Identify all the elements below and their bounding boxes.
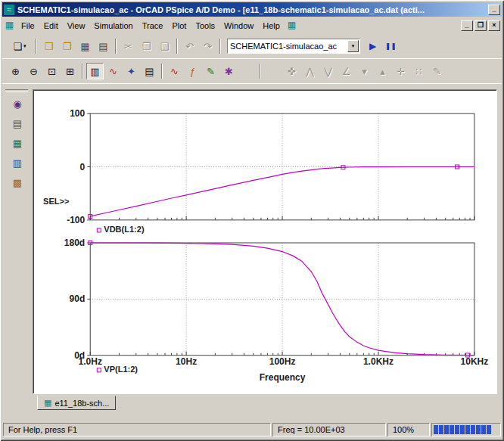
menu-edit[interactable]: Edit [39, 20, 63, 32]
progress-segment [455, 425, 459, 434]
tab-e11-18b[interactable]: ▦ e11_18b-sch... [37, 396, 116, 410]
mdi-close-button[interactable]: × [488, 20, 500, 31]
progress-segment [460, 425, 465, 434]
mark-label-button-icon: ✎ [433, 67, 441, 76]
toolbar-separator [161, 64, 163, 79]
legend-marker [97, 228, 101, 232]
cursor-point-button[interactable]: ✛ [392, 63, 409, 79]
view-simulation-output-button[interactable]: ▦ [8, 135, 26, 151]
x-axis-title: Frequency [260, 372, 306, 383]
x-tick-label: 10Hz [176, 356, 197, 367]
performance-analysis-button-icon: ✦ [127, 67, 135, 76]
menu-tools[interactable]: Tools [191, 20, 219, 32]
mdi-child-icon[interactable]: ▦ [4, 20, 15, 31]
zoom-in-button[interactable]: ⊕ [7, 63, 24, 79]
zoom-area-button[interactable]: ⊡ [43, 63, 61, 79]
toolbar-standard: ❏ ▾ ❒❐▦▤✂❐❑↶↷ SCHEMATIC1-simulacao_ac ▼ … [2, 34, 502, 59]
eval-goal-function-button[interactable]: ƒ [184, 63, 201, 79]
toolbar-separator [36, 39, 37, 54]
fourier-button[interactable]: ∿ [104, 63, 122, 79]
toolbar-separator [260, 64, 261, 79]
view-output-file-button[interactable]: ▤ [8, 115, 26, 132]
zoom-fit-button-icon: ⊞ [66, 67, 74, 76]
zoom-out-button[interactable]: ⊖ [25, 63, 42, 79]
combo-dropdown-icon[interactable]: ▼ [347, 40, 359, 52]
append-waveform-button[interactable]: ❐ [58, 38, 76, 54]
menu-view[interactable]: View [63, 20, 90, 32]
progress-segment [444, 425, 449, 434]
print-button-icon: ▤ [98, 42, 107, 51]
cut-button-icon: ✂ [124, 42, 132, 51]
menu-window[interactable]: Window [219, 20, 258, 32]
menu-plot[interactable]: Plot [167, 20, 191, 32]
probe-plot-area[interactable]: 1000-100VDB(L1:2)180d90d0dVP(L1:2)1.0Hz1… [33, 90, 496, 393]
toolbar-separator [82, 64, 83, 79]
menu-trace[interactable]: Trace [138, 20, 168, 32]
tab-label: e11_18b-sch... [54, 399, 109, 408]
cursor-min-button[interactable]: ▾ [356, 63, 373, 79]
status-help: For Help, press F1 [3, 423, 271, 436]
view-simulation-results-button[interactable]: ◉ [8, 95, 26, 112]
new-button[interactable]: ❏ ▾ [7, 38, 33, 54]
minimize-button[interactable]: _ [488, 5, 500, 15]
view-simulation-output-button-icon: ▦ [13, 138, 22, 148]
add-trace-button-icon: ∿ [170, 67, 179, 76]
undo-button[interactable]: ↶ [181, 38, 198, 54]
mdi-restore-button[interactable]: ❐ [474, 20, 487, 31]
simulation-profile-combo[interactable]: SCHEMATIC1-simulacao_ac ▼ [227, 39, 360, 54]
cursor-search-button[interactable]: ∷ [410, 63, 428, 79]
progress-segment [476, 425, 481, 434]
log-y-axis-button[interactable]: ▤ [141, 63, 158, 79]
view-simulation-status-button-icon: ▩ [13, 178, 22, 188]
pause-button[interactable]: ❚❚ [382, 38, 400, 54]
progress-segment [487, 425, 491, 434]
paste-button-icon: ❑ [160, 42, 170, 51]
print-button[interactable]: ▤ [95, 38, 112, 54]
progress-segment [471, 425, 475, 434]
view-simulation-queue-button[interactable]: ▥ [8, 154, 26, 171]
mark-data-points-button[interactable]: ✱ [220, 63, 238, 79]
menubar-extra-icon[interactable]: ▦ [286, 20, 297, 31]
x-tick-label: 10KHz [461, 356, 489, 367]
text-label-button-icon: ✎ [207, 67, 215, 76]
y-tick-label: 100 [70, 108, 85, 119]
pspice-window: ≈ SCHEMATIC1-simulacao_ac - OrCAD PSpice… [0, 0, 504, 441]
magnitude-plot: 1000-100VDB(L1:2) [67, 108, 474, 234]
copy-button[interactable]: ❐ [138, 38, 155, 54]
log-x-axis-button[interactable]: ▥ [86, 63, 104, 79]
open-button[interactable]: ❒ [40, 38, 58, 54]
cut-button[interactable]: ✂ [120, 38, 137, 54]
save-button[interactable]: ▦ [76, 38, 94, 54]
menu-simulation[interactable]: Simulation [89, 20, 137, 32]
performance-analysis-button[interactable]: ✦ [123, 63, 140, 79]
progress-segment [465, 425, 470, 434]
menu-file[interactable]: File [17, 20, 39, 32]
cursor-max-button[interactable]: ▴ [374, 63, 391, 79]
toggle-cursor-button[interactable]: ✜ [283, 63, 300, 79]
paste-button[interactable]: ❑ [156, 38, 173, 54]
mark-label-button[interactable]: ✎ [428, 63, 446, 79]
zoom-fit-button[interactable]: ⊞ [61, 63, 79, 79]
progress-bar [431, 423, 501, 436]
titlebar[interactable]: ≈ SCHEMATIC1-simulacao_ac - OrCAD PSpice… [2, 2, 502, 17]
status-frequency: Freq = 10.00E+03 [272, 423, 386, 436]
cursor-slope-button[interactable]: ∠ [338, 63, 355, 79]
menu-items: FileEditViewSimulationTracePlotToolsWind… [17, 20, 285, 32]
redo-button[interactable]: ↷ [199, 38, 216, 54]
cursor-trough-button[interactable]: ⋁ [319, 63, 337, 79]
legend-label: VP(L1:2) [104, 365, 138, 374]
menu-help[interactable]: Help [258, 20, 285, 32]
cursor-peak-button[interactable]: ⋀ [301, 63, 319, 79]
view-simulation-status-button[interactable]: ▩ [8, 174, 26, 191]
view-simulation-queue-button-icon: ▥ [13, 158, 22, 168]
text-label-button[interactable]: ✎ [202, 63, 219, 79]
status-bar: For Help, press F1 Freq = 10.00E+03 100% [2, 421, 502, 438]
mdi-minimize-button[interactable]: _ [461, 20, 473, 31]
toolbar-separator [219, 39, 221, 54]
run-button[interactable]: ▶ [364, 38, 381, 54]
progress-segment [439, 425, 443, 434]
eval-goal-function-button-icon: ƒ [190, 67, 195, 76]
cursor-point-button-icon: ✛ [397, 67, 405, 76]
add-trace-button[interactable]: ∿ [166, 63, 183, 79]
legend-marker [97, 368, 101, 372]
